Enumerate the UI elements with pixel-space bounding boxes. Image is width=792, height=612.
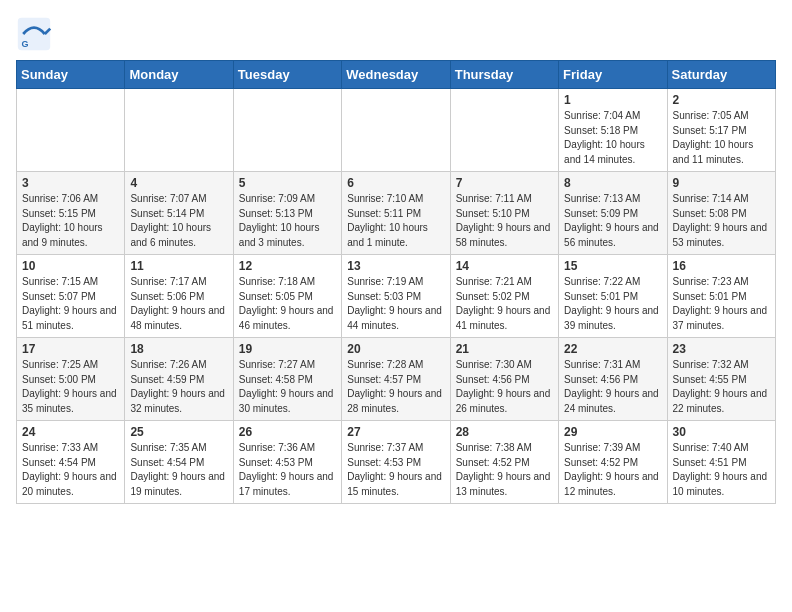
calendar-cell — [233, 89, 341, 172]
day-info: Sunrise: 7:14 AM Sunset: 5:08 PM Dayligh… — [673, 192, 770, 250]
calendar-cell: 19Sunrise: 7:27 AM Sunset: 4:58 PM Dayli… — [233, 338, 341, 421]
day-number: 7 — [456, 176, 553, 190]
day-info: Sunrise: 7:39 AM Sunset: 4:52 PM Dayligh… — [564, 441, 661, 499]
day-info: Sunrise: 7:32 AM Sunset: 4:55 PM Dayligh… — [673, 358, 770, 416]
calendar-cell — [450, 89, 558, 172]
day-info: Sunrise: 7:18 AM Sunset: 5:05 PM Dayligh… — [239, 275, 336, 333]
weekday-row: SundayMondayTuesdayWednesdayThursdayFrid… — [17, 61, 776, 89]
day-number: 15 — [564, 259, 661, 273]
calendar-cell: 4Sunrise: 7:07 AM Sunset: 5:14 PM Daylig… — [125, 172, 233, 255]
day-info: Sunrise: 7:30 AM Sunset: 4:56 PM Dayligh… — [456, 358, 553, 416]
day-info: Sunrise: 7:35 AM Sunset: 4:54 PM Dayligh… — [130, 441, 227, 499]
calendar-header: SundayMondayTuesdayWednesdayThursdayFrid… — [17, 61, 776, 89]
calendar-cell: 6Sunrise: 7:10 AM Sunset: 5:11 PM Daylig… — [342, 172, 450, 255]
calendar-cell: 27Sunrise: 7:37 AM Sunset: 4:53 PM Dayli… — [342, 421, 450, 504]
day-info: Sunrise: 7:09 AM Sunset: 5:13 PM Dayligh… — [239, 192, 336, 250]
day-info: Sunrise: 7:05 AM Sunset: 5:17 PM Dayligh… — [673, 109, 770, 167]
calendar-week-row: 1Sunrise: 7:04 AM Sunset: 5:18 PM Daylig… — [17, 89, 776, 172]
day-info: Sunrise: 7:21 AM Sunset: 5:02 PM Dayligh… — [456, 275, 553, 333]
calendar-cell: 14Sunrise: 7:21 AM Sunset: 5:02 PM Dayli… — [450, 255, 558, 338]
weekday-header: Friday — [559, 61, 667, 89]
calendar-cell: 22Sunrise: 7:31 AM Sunset: 4:56 PM Dayli… — [559, 338, 667, 421]
day-number: 17 — [22, 342, 119, 356]
calendar-cell: 16Sunrise: 7:23 AM Sunset: 5:01 PM Dayli… — [667, 255, 775, 338]
day-number: 20 — [347, 342, 444, 356]
day-info: Sunrise: 7:07 AM Sunset: 5:14 PM Dayligh… — [130, 192, 227, 250]
calendar-cell: 23Sunrise: 7:32 AM Sunset: 4:55 PM Dayli… — [667, 338, 775, 421]
day-info: Sunrise: 7:13 AM Sunset: 5:09 PM Dayligh… — [564, 192, 661, 250]
calendar-cell: 24Sunrise: 7:33 AM Sunset: 4:54 PM Dayli… — [17, 421, 125, 504]
calendar-cell: 2Sunrise: 7:05 AM Sunset: 5:17 PM Daylig… — [667, 89, 775, 172]
svg-text:G: G — [21, 39, 28, 49]
day-number: 12 — [239, 259, 336, 273]
calendar-body: 1Sunrise: 7:04 AM Sunset: 5:18 PM Daylig… — [17, 89, 776, 504]
page-header: G — [16, 16, 776, 52]
day-info: Sunrise: 7:15 AM Sunset: 5:07 PM Dayligh… — [22, 275, 119, 333]
day-number: 18 — [130, 342, 227, 356]
day-info: Sunrise: 7:23 AM Sunset: 5:01 PM Dayligh… — [673, 275, 770, 333]
calendar-cell: 7Sunrise: 7:11 AM Sunset: 5:10 PM Daylig… — [450, 172, 558, 255]
calendar-week-row: 10Sunrise: 7:15 AM Sunset: 5:07 PM Dayli… — [17, 255, 776, 338]
day-number: 8 — [564, 176, 661, 190]
calendar-cell — [125, 89, 233, 172]
day-info: Sunrise: 7:26 AM Sunset: 4:59 PM Dayligh… — [130, 358, 227, 416]
day-info: Sunrise: 7:36 AM Sunset: 4:53 PM Dayligh… — [239, 441, 336, 499]
weekday-header: Monday — [125, 61, 233, 89]
logo: G — [16, 16, 58, 52]
day-info: Sunrise: 7:31 AM Sunset: 4:56 PM Dayligh… — [564, 358, 661, 416]
calendar-cell: 17Sunrise: 7:25 AM Sunset: 5:00 PM Dayli… — [17, 338, 125, 421]
day-number: 3 — [22, 176, 119, 190]
day-info: Sunrise: 7:17 AM Sunset: 5:06 PM Dayligh… — [130, 275, 227, 333]
day-info: Sunrise: 7:10 AM Sunset: 5:11 PM Dayligh… — [347, 192, 444, 250]
day-info: Sunrise: 7:11 AM Sunset: 5:10 PM Dayligh… — [456, 192, 553, 250]
day-number: 16 — [673, 259, 770, 273]
weekday-header: Wednesday — [342, 61, 450, 89]
day-number: 24 — [22, 425, 119, 439]
weekday-header: Tuesday — [233, 61, 341, 89]
day-number: 23 — [673, 342, 770, 356]
day-number: 4 — [130, 176, 227, 190]
day-info: Sunrise: 7:38 AM Sunset: 4:52 PM Dayligh… — [456, 441, 553, 499]
calendar-cell: 26Sunrise: 7:36 AM Sunset: 4:53 PM Dayli… — [233, 421, 341, 504]
weekday-header: Sunday — [17, 61, 125, 89]
calendar-cell: 20Sunrise: 7:28 AM Sunset: 4:57 PM Dayli… — [342, 338, 450, 421]
day-number: 5 — [239, 176, 336, 190]
day-number: 30 — [673, 425, 770, 439]
day-number: 2 — [673, 93, 770, 107]
day-number: 9 — [673, 176, 770, 190]
day-number: 19 — [239, 342, 336, 356]
calendar-cell: 25Sunrise: 7:35 AM Sunset: 4:54 PM Dayli… — [125, 421, 233, 504]
day-info: Sunrise: 7:40 AM Sunset: 4:51 PM Dayligh… — [673, 441, 770, 499]
calendar-cell: 9Sunrise: 7:14 AM Sunset: 5:08 PM Daylig… — [667, 172, 775, 255]
calendar-cell: 5Sunrise: 7:09 AM Sunset: 5:13 PM Daylig… — [233, 172, 341, 255]
day-number: 14 — [456, 259, 553, 273]
calendar-cell: 3Sunrise: 7:06 AM Sunset: 5:15 PM Daylig… — [17, 172, 125, 255]
calendar-table: SundayMondayTuesdayWednesdayThursdayFrid… — [16, 60, 776, 504]
day-info: Sunrise: 7:04 AM Sunset: 5:18 PM Dayligh… — [564, 109, 661, 167]
calendar-cell: 29Sunrise: 7:39 AM Sunset: 4:52 PM Dayli… — [559, 421, 667, 504]
calendar-cell: 28Sunrise: 7:38 AM Sunset: 4:52 PM Dayli… — [450, 421, 558, 504]
day-info: Sunrise: 7:33 AM Sunset: 4:54 PM Dayligh… — [22, 441, 119, 499]
day-number: 10 — [22, 259, 119, 273]
calendar-week-row: 24Sunrise: 7:33 AM Sunset: 4:54 PM Dayli… — [17, 421, 776, 504]
day-number: 1 — [564, 93, 661, 107]
day-number: 11 — [130, 259, 227, 273]
day-number: 26 — [239, 425, 336, 439]
day-info: Sunrise: 7:19 AM Sunset: 5:03 PM Dayligh… — [347, 275, 444, 333]
day-info: Sunrise: 7:22 AM Sunset: 5:01 PM Dayligh… — [564, 275, 661, 333]
calendar-cell: 21Sunrise: 7:30 AM Sunset: 4:56 PM Dayli… — [450, 338, 558, 421]
calendar-cell: 12Sunrise: 7:18 AM Sunset: 5:05 PM Dayli… — [233, 255, 341, 338]
calendar-cell: 13Sunrise: 7:19 AM Sunset: 5:03 PM Dayli… — [342, 255, 450, 338]
day-info: Sunrise: 7:28 AM Sunset: 4:57 PM Dayligh… — [347, 358, 444, 416]
weekday-header: Thursday — [450, 61, 558, 89]
calendar-cell: 1Sunrise: 7:04 AM Sunset: 5:18 PM Daylig… — [559, 89, 667, 172]
calendar-cell: 11Sunrise: 7:17 AM Sunset: 5:06 PM Dayli… — [125, 255, 233, 338]
calendar-cell: 10Sunrise: 7:15 AM Sunset: 5:07 PM Dayli… — [17, 255, 125, 338]
day-number: 28 — [456, 425, 553, 439]
calendar-cell: 30Sunrise: 7:40 AM Sunset: 4:51 PM Dayli… — [667, 421, 775, 504]
day-number: 25 — [130, 425, 227, 439]
calendar-cell — [17, 89, 125, 172]
calendar-week-row: 3Sunrise: 7:06 AM Sunset: 5:15 PM Daylig… — [17, 172, 776, 255]
logo-icon: G — [16, 16, 52, 52]
calendar-cell — [342, 89, 450, 172]
